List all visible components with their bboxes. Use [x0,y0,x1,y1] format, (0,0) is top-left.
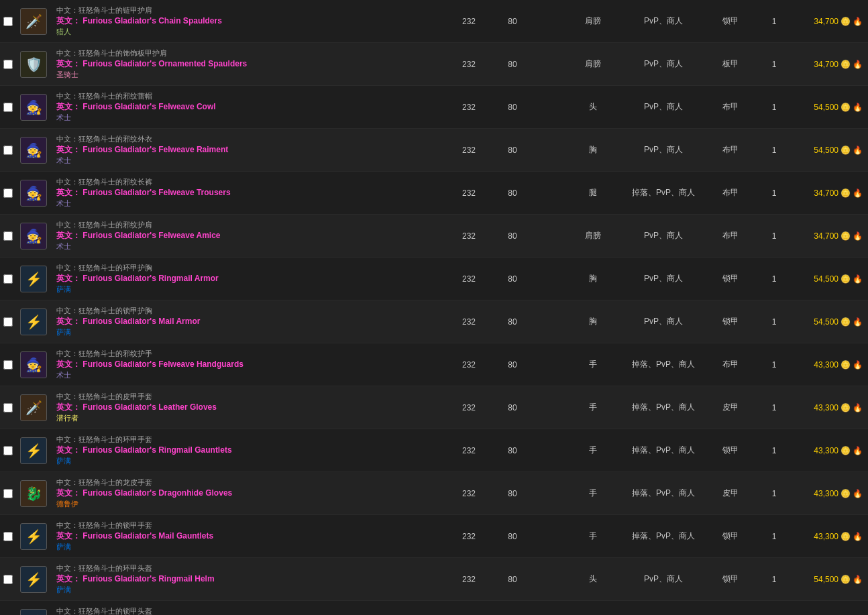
item-class: 潜行者 [56,413,440,423]
item-en-name[interactable]: 英文： Furious Gladiator's Felweave Raiment [56,144,440,156]
gold-icon: 🪙 [840,274,851,284]
item-en-name[interactable]: 英文： Furious Gladiator's Ornamented Spaul… [56,58,440,70]
row-checkbox[interactable] [3,403,13,412]
row-checkbox[interactable] [3,60,13,69]
item-source: PvP、商人 [620,58,707,70]
item-armor-type: 锁甲 [707,445,754,456]
item-name-col: 中文：狂怒角斗士的饰饰板甲护肩 英文： Furious Gladiator's … [51,46,445,82]
item-ilvl: 232 [445,532,492,541]
item-count: 1 [754,575,794,584]
item-class: 术士 [56,113,440,123]
row-checkbox[interactable] [3,360,13,370]
gold-icon: 🪙 [840,17,851,26]
row-checkbox[interactable] [3,532,13,541]
item-en-name[interactable]: 英文： Furious Gladiator's Mail Gauntlets [56,530,440,542]
price-value: 34,700 [814,188,838,198]
row-checkbox-col [0,360,16,370]
item-icon-col: 🧙 [16,137,51,164]
item-en-name[interactable]: 英文： Furious Gladiator's Felweave Trouser… [56,187,440,199]
item-en-name[interactable]: 英文： Furious Gladiator's Mail Armor [56,316,440,327]
price-value: 54,500 [814,317,838,327]
item-en-name[interactable]: 英文： Furious Gladiator's Felweave Amice [56,230,440,241]
table-row: ⚡ 中文：狂怒角斗士的锁甲手套 英文： Furious Gladiator's … [0,515,868,558]
item-count: 1 [754,446,794,455]
item-en-name[interactable]: 英文： Furious Gladiator's Felweave Handgua… [56,359,440,370]
item-cn-name: 中文：狂怒角斗士的皮甲手套 [56,392,440,402]
item-level: 80 [492,317,533,327]
row-checkbox[interactable] [3,188,13,198]
item-ilvl: 232 [445,188,492,198]
item-icon: 🧙 [20,351,47,378]
item-ilvl: 232 [445,274,492,284]
gold-icon: 🪙 [840,489,851,498]
item-icon-col: ⚡ [16,523,51,550]
item-source: PvP、商人 [620,573,707,585]
gold-icon: 🪙 [840,575,851,584]
row-checkbox[interactable] [3,274,13,284]
gold-icon: 🪙 [840,188,851,198]
item-level: 80 [492,60,533,69]
item-count: 1 [754,532,794,541]
item-en-name[interactable]: 英文： Furious Gladiator's Chain Spaulders [56,15,440,27]
item-count: 1 [754,60,794,69]
item-slot: 头 [566,573,620,585]
item-icon: 🧙 [20,137,47,164]
table-row: 🗡️ 中文：狂怒角斗士的链甲护肩 英文： Furious Gladiator's… [0,0,868,43]
row-checkbox-col [0,446,16,455]
item-en-name[interactable]: 英文： Furious Gladiator's Ringmail Gauntle… [56,445,440,456]
item-source: PvP、商人 [620,316,707,327]
item-class: 萨满 [56,284,440,294]
item-armor-type: 板甲 [707,58,754,70]
table-row: ⚡ 中文：狂怒角斗士的环甲护胸 英文： Furious Gladiator's … [0,258,868,300]
item-icon-col: ⚡ [16,566,51,593]
item-ilvl: 232 [445,489,492,498]
price-value: 54,500 [814,103,838,112]
gold-icon: 🪙 [840,103,851,112]
table-row: 🧙 中文：狂怒角斗士的邪纹护肩 英文： Furious Gladiator's … [0,215,868,258]
item-name-col: 中文：狂怒角斗士的皮甲手套 英文： Furious Gladiator's Le… [51,389,445,426]
item-name-col: 中文：狂怒角斗士的锁甲头盔 英文： Furious Gladiator's Ma… [51,604,445,615]
row-checkbox[interactable] [3,146,13,155]
row-checkbox[interactable] [3,231,13,241]
item-level: 80 [492,360,533,370]
item-cn-name: 中文：狂怒角斗士的锁甲手套 [56,520,440,530]
flame-icon: 🔥 [853,489,863,498]
price-value: 34,700 [814,60,838,69]
item-cn-name: 中文：狂怒角斗士的环甲护胸 [56,263,440,273]
flame-icon: 🔥 [853,360,863,370]
item-en-name[interactable]: 英文： Furious Gladiator's Ringmail Helm [56,573,440,585]
item-level: 80 [492,274,533,284]
row-checkbox[interactable] [3,317,13,327]
item-count: 1 [754,317,794,327]
item-en-name[interactable]: 英文： Furious Gladiator's Leather Gloves [56,402,440,413]
price-value: 43,300 [814,446,838,455]
item-cn-name: 中文：狂怒角斗士的环甲头盔 [56,563,440,573]
item-source: PvP、商人 [620,15,707,27]
item-en-name[interactable]: 英文： Furious Gladiator's Dragonhide Glove… [56,488,440,499]
flame-icon: 🔥 [853,575,863,584]
row-checkbox[interactable] [3,489,13,498]
item-count: 1 [754,403,794,412]
item-en-name[interactable]: 英文： Furious Gladiator's Ringmail Armor [56,273,440,284]
item-class: 德鲁伊 [56,499,440,509]
item-ilvl: 232 [445,60,492,69]
item-price: 43,300 🪙 🔥 [794,532,868,541]
item-en-name[interactable]: 英文： Furious Gladiator's Felweave Cowl [56,101,440,113]
row-checkbox[interactable] [3,17,13,26]
item-icon-col: ⚡ [16,437,51,464]
item-count: 1 [754,17,794,26]
item-icon: ⚡ [20,309,47,335]
item-source: PvP、商人 [620,144,707,156]
item-count: 1 [754,274,794,284]
price-value: 34,700 [814,17,838,26]
item-cn-name: 中文：狂怒角斗士的环甲手套 [56,435,440,445]
item-class: 萨满 [56,542,440,552]
row-checkbox[interactable] [3,575,13,584]
item-price: 34,700 🪙 🔥 [794,231,868,241]
row-checkbox[interactable] [3,103,13,112]
item-price: 34,700 🪙 🔥 [794,17,868,26]
item-count: 1 [754,103,794,112]
item-count: 1 [754,360,794,370]
item-name-col: 中文：狂怒角斗士的锁甲手套 英文： Furious Gladiator's Ma… [51,518,445,555]
row-checkbox[interactable] [3,446,13,455]
